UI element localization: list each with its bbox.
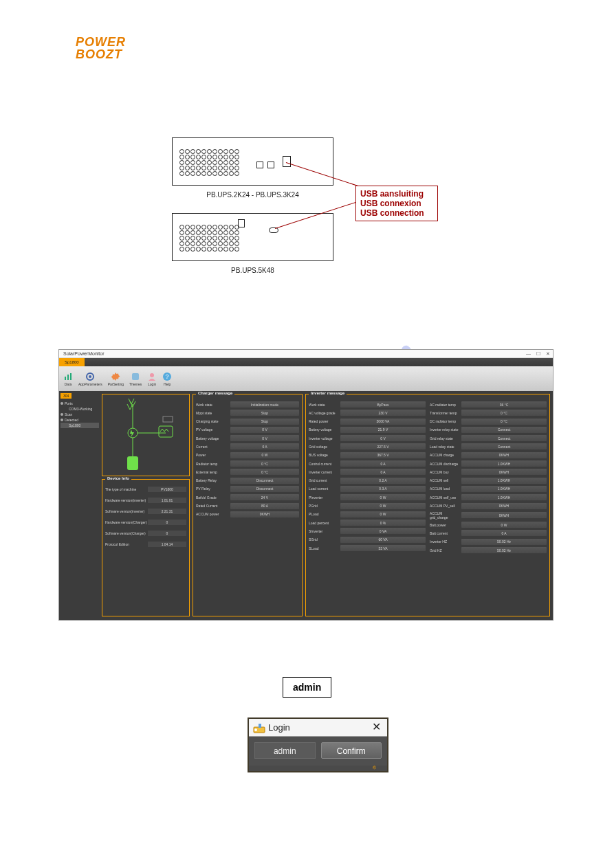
devinfo-row: The type of machinePV1800: [105, 487, 186, 492]
energy-flow-icon: [102, 394, 190, 477]
field-label: ACCUM buy: [430, 470, 461, 474]
inverter-row: Work stateByPass: [309, 401, 426, 408]
svg-rect-3: [70, 373, 72, 380]
field-value: 1.0KWH: [461, 460, 547, 467]
side-tabstrip: 304: [61, 393, 99, 399]
login-dialog: Login ✕ admin Confirm ⎋: [248, 717, 388, 772]
field-value: 53 VA: [340, 545, 426, 551]
field-value: 227.5 V: [340, 443, 426, 449]
field-value: 0 A: [461, 530, 547, 536]
bullet-icon: [61, 419, 63, 421]
field-label: Grid current: [309, 478, 340, 482]
tree-node[interactable]: Detected: [61, 417, 99, 423]
tree-node[interactable]: COM3-Working: [61, 406, 99, 412]
field-value: ByPass: [340, 401, 426, 408]
vent-grid: [179, 149, 239, 176]
minimize-icon[interactable]: —: [526, 350, 531, 358]
field-value: 0 V: [230, 427, 299, 433]
charger-row: Charging stateStop: [196, 419, 299, 425]
login-footer: ⎋: [249, 766, 387, 771]
field-value: Disconnect: [230, 478, 299, 484]
maximize-icon[interactable]: ☐: [536, 350, 540, 358]
close-icon[interactable]: ✕: [546, 350, 550, 358]
field-value: 1.0KWH: [461, 478, 547, 484]
ribbon-themes[interactable]: Themes: [129, 372, 142, 386]
inverter-message-panel: Inverter message Work stateByPassAC volt…: [305, 394, 550, 616]
inverter-row: Battery voltage21.9 V: [309, 427, 426, 433]
tree-node[interactable]: Sp1800: [61, 423, 99, 428]
port-icon: [256, 162, 263, 168]
panel-title: Inverter message: [309, 391, 347, 395]
inverter-row: ACCUM self_use1.0KWH: [430, 494, 547, 500]
field-value: 0: [148, 531, 186, 536]
field-value: 80 A: [230, 503, 299, 509]
field-value: 0 °C: [461, 410, 547, 416]
inverter-row: SGrid60 VA: [309, 537, 426, 543]
tree-node[interactable]: Ports: [61, 401, 99, 406]
field-value: 0 %: [340, 520, 426, 526]
ribbon-help[interactable]: ?Help: [162, 372, 172, 386]
ribbon-login[interactable]: Login: [147, 372, 157, 386]
inverter-row: Rated power3000 VA: [309, 419, 426, 425]
charger-row: BatVol Grade24 V: [196, 494, 299, 500]
document-tab[interactable]: Sp1800: [59, 358, 85, 366]
inverter-row: Control current0 A: [309, 460, 426, 467]
ribbon-parsetting[interactable]: ParSetting: [108, 372, 124, 386]
charger-row: Current0 A: [196, 443, 299, 449]
field-value: 0 °C: [230, 460, 299, 467]
parsetting-icon: [111, 372, 120, 381]
inverter-row: AC radiator temp36 °C: [430, 401, 547, 408]
inverter-row: Batt current0 A: [430, 530, 547, 536]
field-label: Radiator temp: [196, 462, 230, 466]
devinfo-row: Hardware version(Charger)0: [105, 520, 186, 525]
field-label: AC radiator temp: [430, 403, 461, 407]
field-label: Work state: [196, 403, 230, 407]
ribbon-data[interactable]: Data: [63, 372, 73, 386]
field-value: 0 A: [340, 460, 426, 467]
ribbon-appparameters[interactable]: AppParameters: [78, 372, 102, 386]
field-label: PV Relay: [196, 487, 230, 491]
field-label: Battery voltage: [196, 436, 230, 441]
charger-row: Work stateInitialization mode: [196, 401, 299, 408]
params-icon: [85, 372, 95, 381]
themes-icon: [131, 372, 140, 381]
side-tab[interactable]: 304: [61, 393, 72, 399]
field-label: Protocol Edition: [105, 542, 148, 546]
port-icon: [267, 162, 274, 168]
field-label: PLoad: [309, 512, 340, 516]
field-label: Grid relay state: [430, 436, 461, 441]
inverter-row: Inverter HZ50.02 Hz: [430, 539, 547, 545]
field-value: 0 V: [340, 435, 426, 441]
callout-text: USB connection: [360, 208, 433, 218]
field-value: 1.01.01: [148, 498, 186, 503]
ribbon-label: Help: [164, 382, 171, 386]
confirm-button[interactable]: Confirm: [321, 742, 382, 759]
document-tabbar: Sp1800: [59, 358, 553, 366]
svg-point-5: [89, 375, 91, 378]
tree-node[interactable]: Scan: [61, 412, 99, 417]
vent-grid: [179, 225, 239, 252]
inverter-row: AC voltage grade230 V: [309, 410, 426, 416]
field-value: 50.02 Hz: [461, 539, 547, 545]
field-label: SInverter: [309, 529, 340, 533]
logo-line2: BOOZT: [76, 48, 131, 60]
ribbon-label: Data: [65, 382, 72, 386]
field-label: Software version(inverter): [105, 509, 148, 513]
usb-callout: USB aansluiting USB connexion USB connec…: [355, 186, 438, 221]
charger-row: Radiator temp0 °C: [196, 460, 299, 467]
app-window: SolarPowerMonitor — ☐ ✕ Sp1800 DataAppPa…: [58, 349, 553, 621]
field-value: 36 °C: [461, 401, 547, 408]
inverter-row: Transformer temp0 °C: [430, 410, 547, 416]
inverter-row: SInverter0 VA: [309, 528, 426, 534]
field-value: 0 W: [461, 522, 547, 528]
close-icon[interactable]: ✕: [369, 720, 383, 733]
inverter-row: Load percent0 %: [309, 520, 426, 526]
inverter-row: Batt power0 W: [430, 522, 547, 528]
field-label: PInverter: [309, 496, 340, 500]
field-value: 1.0KWH: [461, 486, 547, 492]
field-value: 230 V: [340, 410, 426, 416]
field-label: Grid HZ: [430, 548, 461, 553]
inverter-row: ACCUM sell1.0KWH: [430, 478, 547, 484]
field-label: ACCUM load: [430, 487, 461, 491]
login-password-input[interactable]: admin: [254, 742, 316, 759]
